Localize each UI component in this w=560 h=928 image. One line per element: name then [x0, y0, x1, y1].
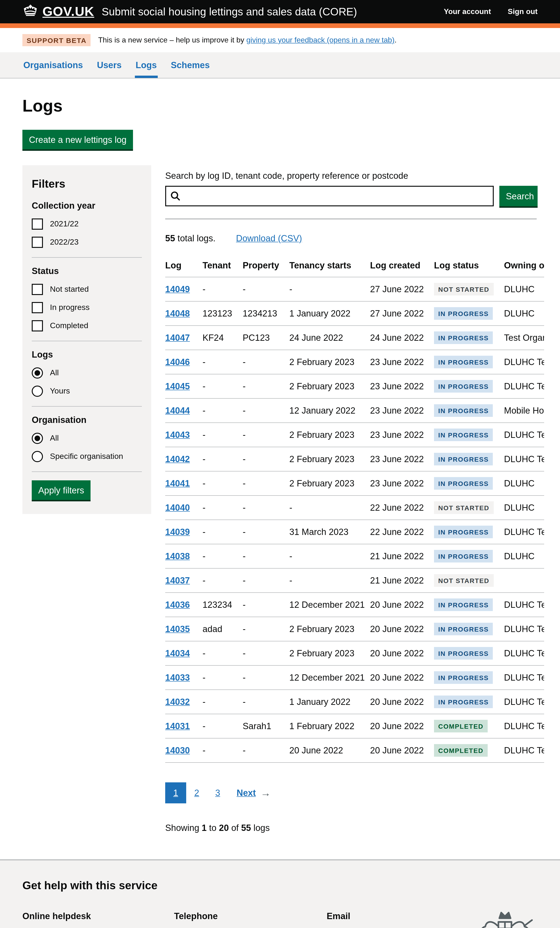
- tab-users[interactable]: Users: [96, 52, 123, 78]
- tenancy-starts-cell: -: [289, 496, 370, 520]
- page-main: Logs Create a new lettings log Filters C…: [0, 78, 560, 859]
- owning-organisation-cell: DLUHC Test: [504, 617, 544, 641]
- log-created-cell: 27 June 2022: [370, 277, 434, 301]
- table-row: 14038 - - - 21 June 2022 IN PROGRESS DLU…: [165, 544, 544, 568]
- col-header-log: Log: [165, 258, 203, 277]
- log-id-link[interactable]: 14046: [165, 357, 190, 367]
- tenant-cell: -: [203, 398, 243, 423]
- log-created-cell: 23 June 2022: [370, 350, 434, 374]
- radio-logs-yours[interactable]: [32, 386, 43, 397]
- tenant-cell: -: [203, 447, 243, 471]
- checkbox-2021-22[interactable]: [32, 218, 43, 230]
- tab-organisations[interactable]: Organisations: [22, 52, 84, 78]
- table-row: 14044 - - 12 January 2022 23 June 2022 I…: [165, 398, 544, 423]
- apply-filters-button[interactable]: Apply filters: [32, 480, 90, 500]
- showing-summary: Showing 1 to 20 of 55 logs: [165, 823, 538, 833]
- status-badge: IN PROGRESS: [434, 331, 493, 344]
- log-created-cell: 27 June 2022: [370, 301, 434, 326]
- log-created-cell: 23 June 2022: [370, 447, 434, 471]
- log-id-link[interactable]: 14032: [165, 697, 190, 707]
- sign-out-link[interactable]: Sign out: [508, 8, 538, 16]
- owning-organisation-cell: Test Organisation: [504, 326, 544, 350]
- log-status-cell: IN PROGRESS: [434, 665, 504, 690]
- radio-label: All: [50, 433, 59, 443]
- log-id-cell: 14039: [165, 520, 203, 544]
- beta-tag: SUPPORT BETA: [22, 34, 91, 46]
- log-id-link[interactable]: 14034: [165, 648, 190, 658]
- log-id-link[interactable]: 14048: [165, 308, 190, 318]
- download-csv-link[interactable]: Download (CSV): [236, 234, 302, 244]
- log-id-link[interactable]: 14031: [165, 721, 190, 731]
- next-page-link[interactable]: Next: [237, 788, 256, 798]
- log-id-link[interactable]: 14041: [165, 478, 190, 488]
- status-badge: IN PROGRESS: [434, 477, 493, 490]
- owning-organisation-cell: [504, 568, 544, 592]
- filter-option-2022-23: 2022/23: [32, 237, 142, 248]
- log-id-cell: 14044: [165, 398, 203, 423]
- tenancy-starts-cell: 20 June 2022: [289, 738, 370, 763]
- filter-option-org-specific: Specific organisation: [32, 451, 142, 462]
- tenant-cell: -: [203, 277, 243, 301]
- radio-org-all[interactable]: [32, 433, 43, 444]
- tenancy-starts-cell: 2 February 2023: [289, 641, 370, 665]
- log-id-link[interactable]: 14033: [165, 672, 190, 682]
- your-account-link[interactable]: Your account: [444, 8, 491, 16]
- tenant-cell: -: [203, 350, 243, 374]
- search-input[interactable]: [165, 186, 494, 206]
- checkbox-completed[interactable]: [32, 320, 43, 331]
- showing-from: 1: [201, 823, 206, 833]
- log-id-link[interactable]: 14045: [165, 381, 190, 391]
- owning-organisation-cell: Mobile Housing: [504, 398, 544, 423]
- radio-org-specific[interactable]: [32, 451, 43, 462]
- owning-organisation-cell: DLUHC Test: [504, 738, 544, 763]
- table-row: 14048 123123 1234213 1 January 2022 27 J…: [165, 301, 544, 326]
- feedback-link[interactable]: giving us your feedback (opens in a new …: [246, 36, 395, 44]
- log-id-link[interactable]: 14044: [165, 405, 190, 415]
- checkbox-in-progress[interactable]: [32, 302, 43, 313]
- tab-logs[interactable]: Logs: [134, 52, 158, 78]
- log-id-cell: 14035: [165, 617, 203, 641]
- tenancy-starts-cell: 2 February 2023: [289, 447, 370, 471]
- results-summary: 55 total logs. Download (CSV): [165, 234, 538, 244]
- search-button[interactable]: Search: [499, 186, 538, 206]
- create-lettings-log-button[interactable]: Create a new lettings log: [22, 130, 133, 150]
- log-id-cell: 14037: [165, 568, 203, 592]
- logs-main-column: Search by log ID, tenant code, property …: [165, 165, 538, 859]
- tenancy-starts-cell: 2 February 2023: [289, 423, 370, 447]
- tenancy-starts-cell: 2 February 2023: [289, 471, 370, 496]
- log-id-link[interactable]: 14042: [165, 454, 190, 464]
- checkbox-label: Not started: [50, 285, 89, 294]
- status-badge: IN PROGRESS: [434, 671, 493, 684]
- log-id-cell: 14045: [165, 374, 203, 398]
- log-id-link[interactable]: 14030: [165, 745, 190, 755]
- log-id-link[interactable]: 14043: [165, 430, 190, 440]
- property-cell: -: [243, 520, 289, 544]
- log-id-link[interactable]: 14037: [165, 575, 190, 585]
- log-id-link[interactable]: 14047: [165, 333, 190, 342]
- log-id-link[interactable]: 14038: [165, 551, 190, 561]
- radio-logs-all[interactable]: [32, 367, 43, 379]
- log-id-link[interactable]: 14049: [165, 284, 190, 294]
- page-1-link[interactable]: 1: [165, 782, 186, 803]
- total-count: 55: [165, 234, 175, 243]
- log-id-link[interactable]: 14040: [165, 502, 190, 512]
- tenancy-starts-cell: 1 February 2022: [289, 714, 370, 738]
- email-heading: Email: [327, 910, 458, 923]
- page-3-link[interactable]: 3: [207, 782, 228, 803]
- govuk-home-link[interactable]: GOV.UK: [22, 3, 94, 20]
- tenancy-starts-cell: 12 December 2021: [289, 665, 370, 690]
- log-status-cell: IN PROGRESS: [434, 592, 504, 617]
- log-id-link[interactable]: 14035: [165, 624, 190, 634]
- tab-schemes[interactable]: Schemes: [170, 52, 211, 78]
- log-status-cell: IN PROGRESS: [434, 447, 504, 471]
- log-status-cell: IN PROGRESS: [434, 350, 504, 374]
- checkbox-not-started[interactable]: [32, 284, 43, 295]
- page-2-link[interactable]: 2: [186, 782, 207, 803]
- filters-panel: Filters Collection year 2021/22 2022/23 …: [22, 165, 151, 514]
- checkbox-2022-23[interactable]: [32, 237, 43, 248]
- tenant-cell: -: [203, 665, 243, 690]
- property-cell: -: [243, 544, 289, 568]
- log-id-link[interactable]: 14039: [165, 527, 190, 537]
- log-id-cell: 14049: [165, 277, 203, 301]
- log-id-link[interactable]: 14036: [165, 600, 190, 609]
